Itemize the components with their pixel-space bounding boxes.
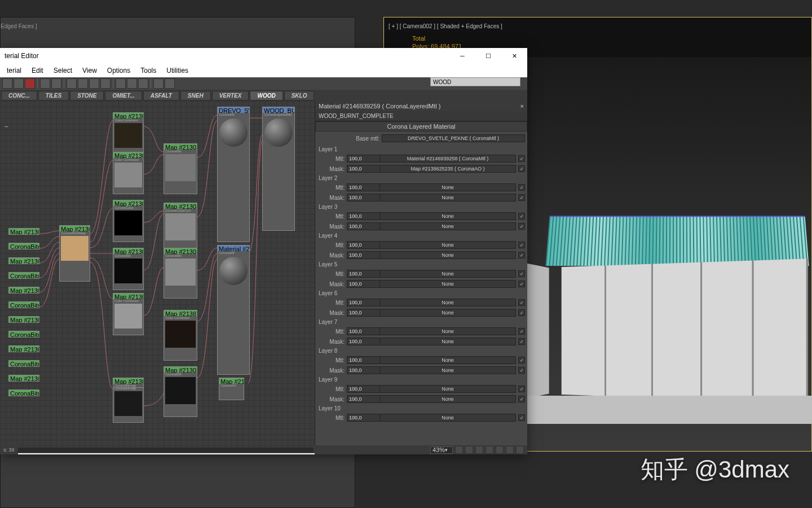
tab-asfalt[interactable]: ASFALT — [143, 91, 179, 100]
graph-node[interactable]: Map #213038... — [8, 316, 39, 323]
menu-view[interactable]: View — [78, 65, 102, 76]
mask-slot[interactable]: None — [379, 222, 516, 230]
graph-node[interactable]: Map #213038822CoronaColor — [113, 200, 144, 242]
menu-edit[interactable]: Edit — [27, 65, 48, 76]
menu-utilities[interactable]: Utilities — [162, 65, 193, 76]
mtl-slot[interactable]: None — [379, 414, 516, 422]
mask-slot[interactable]: None — [379, 251, 516, 259]
mask-checkbox[interactable]: ✓ — [518, 396, 525, 402]
graph-node[interactable]: Material #214693...CoronaMtl — [217, 245, 250, 375]
zoom-icon[interactable] — [465, 446, 473, 454]
graph-node[interactable]: Map #21386...CoronaAO — [219, 378, 244, 400]
graph-node[interactable]: Map #213038823CoronaMix — [113, 248, 144, 290]
close-button[interactable]: ✕ — [506, 50, 523, 62]
graph-node[interactable]: Map #213038... — [8, 228, 39, 235]
panel-close-icon[interactable]: × — [520, 103, 524, 110]
graph-node[interactable]: Map #213038824CoronaMix — [164, 143, 197, 194]
graph-node[interactable]: Map #213038... — [8, 287, 39, 294]
graph-node[interactable]: WOOD_BURNT...CoronaLayeredMtl — [262, 107, 295, 231]
mtl-checkbox[interactable]: ✓ — [518, 270, 525, 277]
delete-button[interactable] — [25, 78, 35, 89]
mtl-checkbox[interactable]: ✓ — [518, 414, 525, 421]
mask-slot[interactable]: None — [379, 194, 516, 202]
graph-node[interactable]: Map #213038822Color Correction — [113, 293, 144, 335]
mask-checkbox[interactable]: ✓ — [518, 194, 525, 201]
search-input[interactable] — [430, 77, 520, 86]
nav-icon[interactable] — [496, 446, 504, 454]
tool-button[interactable] — [51, 78, 61, 89]
mtl-checkbox[interactable]: ✓ — [518, 357, 525, 364]
tool-button[interactable] — [2, 78, 12, 89]
mtl-checkbox[interactable]: ✓ — [518, 242, 525, 248]
graph-node[interactable]: Map #213038814CoronaColorCorr — [164, 203, 197, 253]
mtl-slot[interactable]: None — [379, 241, 516, 249]
graph-node[interactable]: Map #213038511CoronaMultiMap — [59, 225, 90, 282]
mask-checkbox[interactable]: ✓ — [518, 252, 525, 259]
tool-button[interactable] — [67, 78, 77, 89]
menu-tools[interactable]: Tools — [136, 65, 161, 76]
menu-terial[interactable]: terial — [2, 65, 26, 76]
graph-scrollbar[interactable] — [1, 448, 314, 452]
mtl-slot[interactable]: None — [379, 183, 516, 191]
graph-node[interactable]: Map #213038... — [8, 345, 39, 352]
mask-checkbox[interactable]: ✓ — [518, 223, 525, 230]
zoom-value[interactable]: 43% ▾ — [430, 446, 453, 454]
tab-tiles[interactable]: TILES — [38, 91, 69, 100]
graph-node[interactable]: CoronaBitmap — [8, 243, 39, 249]
mtl-slot[interactable]: None — [379, 327, 516, 335]
window-titlebar[interactable]: terial Editor ─ ☐ ✕ — [0, 48, 527, 64]
mask-slot[interactable]: Map #2138625235 ( CoronaAO ) — [379, 165, 516, 173]
graph-node[interactable]: DREVO_SVETLE...CoronaMtl — [217, 107, 250, 242]
graph-node[interactable]: CoronaBitmap — [8, 331, 39, 338]
mask-slot[interactable]: None — [379, 309, 516, 317]
tool-button[interactable] — [138, 78, 148, 89]
nav-icon[interactable] — [506, 446, 514, 454]
tool-button[interactable] — [165, 78, 175, 89]
mask-slot[interactable]: None — [379, 338, 516, 345]
minimize-button[interactable]: ─ — [454, 50, 471, 62]
node-graph[interactable]: Map #213038...CoronaBitmapMap #213038...… — [0, 101, 315, 453]
mtl-slot[interactable]: Material #2146939258 ( CoronaMtl ) — [379, 155, 516, 163]
mask-slot[interactable]: None — [379, 366, 516, 374]
mask-checkbox[interactable]: ✓ — [518, 165, 525, 172]
graph-node[interactable]: CoronaBitmap — [8, 272, 39, 279]
graph-node[interactable]: CoronaBitmap — [8, 389, 39, 396]
tab-sklo[interactable]: SKLO — [284, 91, 315, 100]
mtl-checkbox[interactable]: ✓ — [518, 155, 525, 162]
mtl-checkbox[interactable]: ✓ — [518, 184, 525, 191]
mask-checkbox[interactable]: ✓ — [518, 367, 525, 374]
tool-button[interactable] — [78, 78, 88, 89]
tool-button[interactable] — [100, 78, 111, 89]
mask-checkbox[interactable]: ✓ — [518, 281, 525, 287]
mtl-slot[interactable]: None — [379, 356, 516, 364]
mtl-slot[interactable]: None — [379, 212, 516, 220]
mask-checkbox[interactable]: ✓ — [518, 309, 525, 316]
base-mtl-slot[interactable]: DREVO_SVETLE_PEKNE ( CoronaMtl ) — [382, 134, 525, 142]
tab-vertex[interactable]: VERTEX — [212, 91, 249, 100]
tab-conc[interactable]: CONC... — [1, 91, 37, 100]
mtl-checkbox[interactable]: ✓ — [518, 299, 525, 306]
tool-button[interactable] — [153, 78, 164, 89]
mtl-slot[interactable]: None — [379, 270, 516, 278]
menu-options[interactable]: Options — [103, 65, 135, 76]
graph-node[interactable]: Map #213038... — [8, 257, 39, 264]
tab-wood[interactable]: WOOD — [250, 91, 283, 100]
mtl-checkbox[interactable]: ✓ — [518, 328, 525, 335]
mask-slot[interactable]: None — [379, 395, 516, 403]
graph-node[interactable]: Map #21387...CoronaBitmap — [113, 378, 144, 388]
mask-checkbox[interactable]: ✓ — [518, 338, 525, 345]
mtl-checkbox[interactable]: ✓ — [518, 386, 525, 392]
menu-select[interactable]: Select — [49, 65, 77, 76]
material-name-input[interactable] — [315, 111, 527, 121]
rollout-header[interactable]: − Corona Layered Material — [315, 121, 527, 132]
tab-stone[interactable]: STONE — [70, 91, 104, 100]
tool-button[interactable] — [116, 78, 126, 89]
mtl-checkbox[interactable]: ✓ — [518, 213, 525, 220]
maximize-button[interactable]: ☐ — [480, 50, 497, 62]
graph-node[interactable]: Map #213038804ColorCorrection — [113, 112, 144, 155]
graph-node[interactable]: CoronaBitmap — [8, 301, 39, 308]
tool-button[interactable] — [127, 78, 137, 89]
zoom-extents-icon[interactable] — [475, 446, 483, 454]
graph-node[interactable]: Map #213038821Color Correction — [113, 152, 144, 194]
graph-node[interactable]: Map #213038748CoronaMix — [164, 366, 197, 417]
